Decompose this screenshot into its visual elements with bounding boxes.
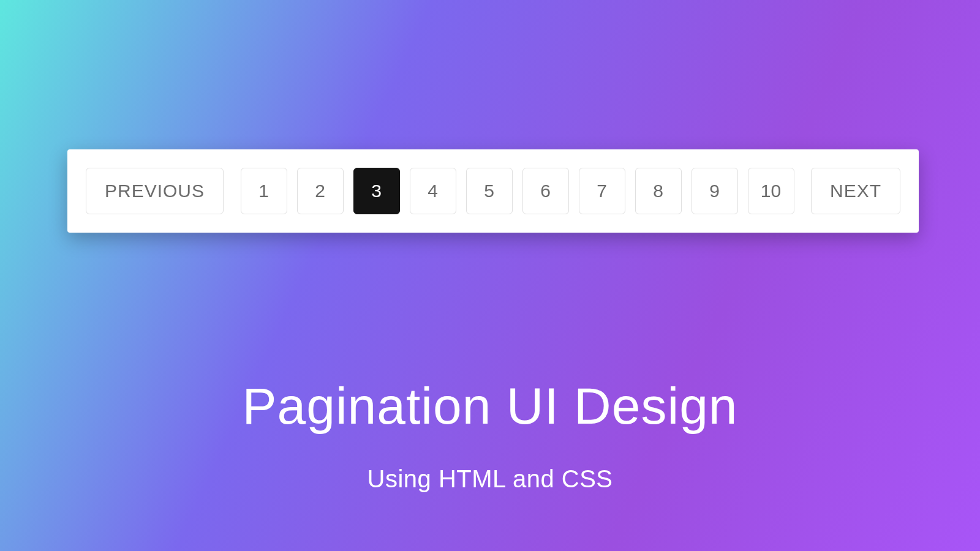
headline-section: Pagination UI Design [0,377,980,436]
page-9-button[interactable]: 9 [692,168,738,214]
page-6-button[interactable]: 6 [522,168,569,214]
page-10-button[interactable]: 10 [748,168,794,214]
page-5-button[interactable]: 5 [466,168,513,214]
previous-button[interactable]: PREVIOUS [86,168,224,214]
page-2-button[interactable]: 2 [297,168,344,214]
next-button[interactable]: NEXT [811,168,900,214]
page-4-button[interactable]: 4 [410,168,456,214]
page-subtitle: Using HTML and CSS [0,465,980,493]
pagination-bar: PREVIOUS 1 2 3 4 5 6 7 8 9 10 NEXT [67,149,919,233]
page-numbers-group: 1 2 3 4 5 6 7 8 9 10 [241,168,794,214]
page-3-button[interactable]: 3 [353,168,400,214]
page-title: Pagination UI Design [0,377,980,436]
page-7-button[interactable]: 7 [579,168,625,214]
page-1-button[interactable]: 1 [241,168,287,214]
page-8-button[interactable]: 8 [635,168,682,214]
